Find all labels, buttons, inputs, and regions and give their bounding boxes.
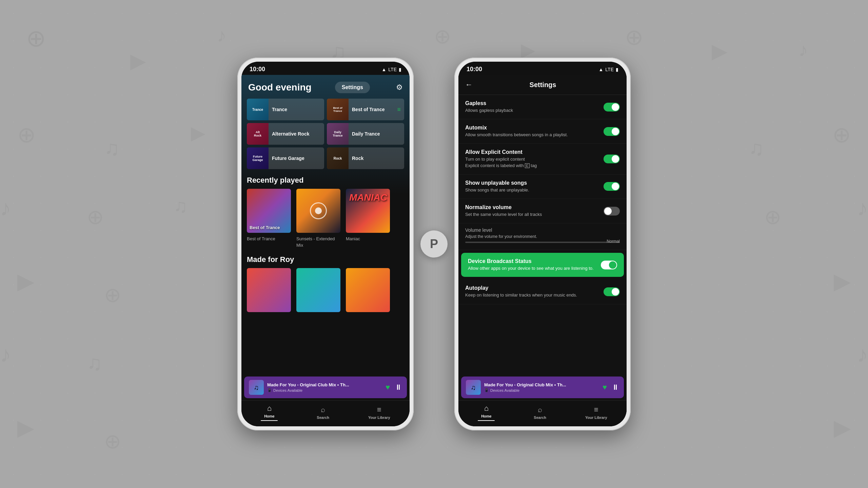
gear-icon[interactable]: ⚙ — [396, 83, 403, 92]
nav-underline-home — [261, 420, 278, 421]
nav-library-settings[interactable]: ≡ Your Library — [585, 405, 607, 420]
toggle-knob-unplayable — [612, 183, 619, 190]
search-nav-icon-settings: ⌕ — [538, 405, 542, 414]
alt-rock-label: Alternative Rock — [269, 131, 324, 137]
greeting-text: Good evening — [248, 82, 312, 93]
rp-label-best-trance: Best of Trance — [247, 236, 275, 241]
home-nav-icon-settings: ⌂ — [484, 404, 489, 413]
setting-unplayable-name: Show unplayable songs — [465, 180, 604, 186]
mf-cover-3 — [346, 268, 390, 312]
status-time-home: 10:00 — [250, 66, 265, 73]
quick-item-rock[interactable]: Rock Rock — [327, 147, 404, 169]
setting-explicit-name: Allow Explicit Content — [465, 149, 604, 155]
toggle-normalize[interactable] — [604, 207, 620, 216]
toggle-device-broadcast[interactable] — [601, 261, 617, 269]
settings-header: ← Settings — [458, 75, 627, 95]
setting-explicit[interactable]: Allow Explicit Content Turn on to play e… — [458, 144, 627, 174]
setting-normalize-desc: Set the same volume level for all tracks — [465, 211, 604, 218]
setting-normalize-text: Normalize volume Set the same volume lev… — [465, 204, 604, 218]
setting-autoplay-text: Autoplay Keep on listening to similar tr… — [465, 285, 604, 298]
made-for-title: Made for Roy — [241, 248, 410, 268]
rock-label: Rock — [349, 156, 404, 161]
signal-icon: LTE — [388, 67, 397, 72]
setting-gapless[interactable]: Gapless Allows gapless playback — [458, 95, 627, 119]
rp-item-best-trance[interactable]: Best of Trance Best of Trance — [247, 189, 291, 248]
settings-button[interactable]: Settings — [335, 82, 370, 93]
mf-item-3[interactable] — [346, 268, 390, 312]
quick-item-trance[interactable]: Trance Trance — [247, 99, 324, 120]
home-nav-icon: ⌂ — [267, 404, 272, 413]
toggle-automix[interactable] — [604, 127, 620, 136]
toggle-knob-gapless — [612, 103, 619, 111]
bottom-nav-home: ⌂ Home ⌕ Search ≡ Your Library — [241, 400, 410, 426]
setting-unplayable[interactable]: Show unplayable songs Show songs that ar… — [458, 175, 627, 199]
now-playing-bar-home[interactable]: ♫ Made For You - Original Club Mix • Th.… — [244, 377, 407, 398]
device-icon-settings: 📱 — [484, 388, 489, 392]
now-playing-bar-settings[interactable]: ♫ Made For You - Original Club Mix • Th.… — [461, 377, 624, 398]
rp-cover-maniac: MANIAC — [346, 189, 390, 233]
library-nav-icon-home: ≡ — [377, 405, 381, 414]
np-controls-home: ♥ ⏸ — [386, 383, 402, 392]
np-info-settings: Made For You - Original Club Mix • Th...… — [484, 382, 599, 392]
pause-button-home[interactable]: ⏸ — [395, 383, 402, 392]
setting-normalize[interactable]: Normalize volume Set the same volume lev… — [458, 199, 627, 223]
mf-cover-2 — [296, 268, 340, 312]
quick-item-alt-rock[interactable]: AltRock Alternative Rock — [247, 123, 324, 145]
mf-cover-1 — [247, 268, 291, 312]
setting-volume-level[interactable]: Volume level Adjust the volume for your … — [458, 223, 627, 250]
bottom-spacer — [241, 312, 410, 319]
heart-button-home[interactable]: ♥ — [386, 383, 390, 392]
toggle-autoplay[interactable] — [604, 287, 620, 296]
rp-label-sunsets: Sunsets - Extended Mix — [296, 236, 335, 248]
setting-gapless-desc: Allows gapless playback — [465, 107, 604, 114]
status-bar-home: 10:00 ▲ LTE ▮ — [241, 62, 410, 75]
mf-item-1[interactable] — [247, 268, 291, 312]
settings-list: Gapless Allows gapless playback Automix … — [458, 95, 627, 374]
nav-search-settings[interactable]: ⌕ Search — [534, 405, 546, 420]
np-cover-home: ♫ — [249, 380, 264, 395]
volume-label: Volume level — [465, 227, 620, 233]
volume-desc: Adjust the volume for your environment. — [465, 234, 620, 239]
trance-album-art: Trance — [247, 99, 269, 120]
setting-device-broadcast-text: Device Broadcast Status Allow other apps… — [468, 258, 601, 271]
nav-home[interactable]: ⌂ Home — [261, 404, 278, 421]
quick-item-future-garage[interactable]: FutureGarage Future Garage — [247, 147, 324, 169]
daily-trance-album-art: DailyTrance — [327, 123, 349, 145]
phone-home-screen: 10:00 ▲ LTE ▮ Good evening Settings ⚙ — [241, 62, 410, 426]
now-playing-indicator: ≡ — [397, 106, 401, 113]
heart-button-settings[interactable]: ♥ — [603, 383, 607, 392]
setting-device-broadcast-desc: Allow other apps on your device to see w… — [468, 265, 601, 271]
setting-autoplay-desc: Keep on listening to similar tracks when… — [465, 292, 604, 298]
future-garage-album-art: FutureGarage — [247, 147, 269, 169]
toggle-gapless[interactable] — [604, 103, 620, 111]
toggle-knob-automix — [612, 128, 619, 135]
setting-explicit-desc: Turn on to play explicit content Explici… — [465, 156, 604, 168]
nav-home-settings[interactable]: ⌂ Home — [478, 404, 495, 421]
pause-button-settings[interactable]: ⏸ — [612, 383, 619, 392]
quick-picks-grid: Trance Trance Best ofTrance Best of Tran… — [241, 99, 410, 169]
back-button[interactable]: ← — [465, 80, 473, 89]
setting-device-broadcast[interactable]: Device Broadcast Status Allow other apps… — [461, 253, 624, 277]
setting-automix[interactable]: Automix Allow smooth transitions between… — [458, 119, 627, 144]
status-icons-home: ▲ LTE ▮ — [382, 67, 402, 72]
rp-item-sunsets[interactable]: Sunsets - Extended Mix — [296, 189, 340, 248]
toggle-unplayable[interactable] — [604, 182, 620, 191]
volume-normal-label: Normal — [607, 239, 620, 244]
setting-autoplay[interactable]: Autoplay Keep on listening to similar tr… — [458, 280, 627, 304]
quick-item-best-trance[interactable]: Best ofTrance Best of Trance ≡ — [327, 99, 404, 120]
device-icon: 📱 — [267, 388, 272, 392]
volume-slider[interactable]: Normal — [465, 242, 620, 243]
alt-rock-album-art: AltRock — [247, 123, 269, 145]
battery-icon-settings: ▮ — [616, 67, 618, 72]
best-trance-album-art: Best ofTrance — [327, 99, 349, 120]
search-nav-label-home: Search — [317, 415, 329, 420]
np-device-home: 📱 Devices Available — [267, 388, 382, 392]
quick-item-daily-trance[interactable]: DailyTrance Daily Trance — [327, 123, 404, 145]
setting-automix-name: Automix — [465, 125, 604, 131]
mf-item-2[interactable] — [296, 268, 340, 312]
nav-search-home[interactable]: ⌕ Search — [317, 405, 329, 420]
rp-cover-best-trance: Best of Trance — [247, 189, 291, 233]
rp-item-maniac[interactable]: MANIAC Maniac — [346, 189, 390, 248]
nav-library-home[interactable]: ≡ Your Library — [368, 405, 390, 420]
toggle-explicit[interactable] — [604, 155, 620, 163]
